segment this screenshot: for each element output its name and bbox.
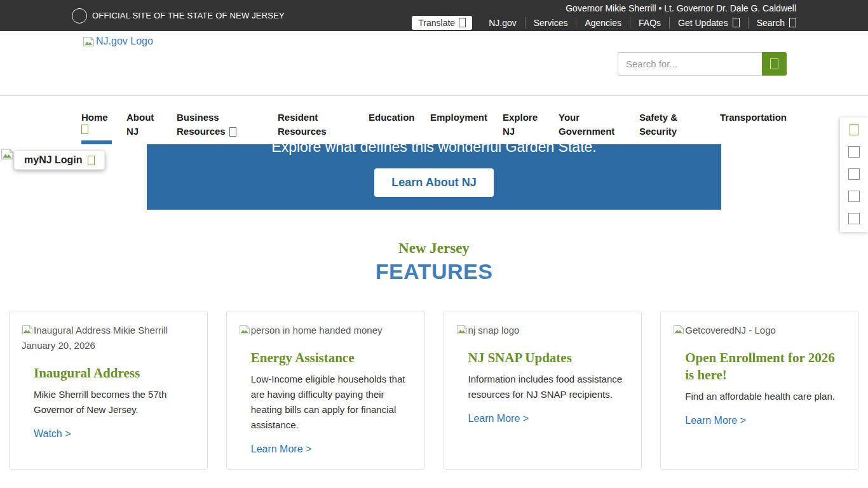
nav-label: NJ bbox=[503, 125, 515, 139]
topbar-link-faqs[interactable]: FAQs bbox=[639, 18, 661, 28]
features-title: FEATURES bbox=[0, 259, 868, 284]
feature-card-open-enrollment-for-2026-is-here: GetcoveredNJ - LogoOpen Enrollment for 2… bbox=[660, 311, 859, 470]
card-link-watch[interactable]: Watch > bbox=[34, 428, 71, 440]
broken-image-alt-text: person in home handed money bbox=[239, 323, 412, 338]
nav-label: About bbox=[126, 111, 177, 125]
nav-label: NJ bbox=[126, 125, 139, 139]
nav-item-transportation[interactable]: Transportation bbox=[720, 96, 787, 144]
card-title: Inaugural Address bbox=[34, 365, 195, 382]
official-site-text: OFFICIAL SITE OF THE STATE OF NEW JERSEY bbox=[92, 11, 285, 20]
feature-card-nj-snap-updates: nj snap logoNJ SNAP UpdatesInformation i… bbox=[444, 311, 642, 470]
card-description: Mikie Sherrill becomes the 57th Governor… bbox=[34, 387, 195, 417]
nav-item-business-resources[interactable]: BusinessResources bbox=[177, 96, 278, 144]
broken-image-icon bbox=[1, 148, 14, 163]
missing-glyph-icon bbox=[789, 18, 796, 27]
missing-glyph-icon bbox=[88, 156, 95, 165]
nav-item-home[interactable]: Home bbox=[81, 96, 126, 144]
features-kicker: New Jersey bbox=[0, 240, 868, 257]
card-description: Find an affordable health care plan. bbox=[685, 389, 846, 404]
card-description: Information includes food assistance res… bbox=[468, 372, 630, 402]
hero-tagline: Explore what defines this wonderful Gard… bbox=[147, 144, 721, 155]
mynj-login-button[interactable]: myNJ Login bbox=[14, 151, 105, 170]
state-seal-icon bbox=[72, 8, 87, 24]
missing-glyph-icon[interactable] bbox=[848, 168, 860, 180]
nav-item-explore-nj[interactable]: ExploreNJ bbox=[503, 96, 559, 144]
nav-label: Business bbox=[177, 111, 278, 125]
site-header: NJ.gov Logo bbox=[0, 31, 868, 95]
nav-label: Resources bbox=[177, 125, 226, 139]
main-navigation: HomeAboutNJBusinessResourcesResidentReso… bbox=[0, 95, 868, 144]
divider bbox=[525, 17, 526, 29]
feature-card-inaugural-address: Inaugural Address Mikie Sherrill January… bbox=[9, 311, 208, 470]
nav-item-education[interactable]: Education bbox=[369, 96, 430, 144]
nav-label: Your bbox=[559, 111, 639, 125]
link-label: Agencies bbox=[585, 18, 621, 28]
nav-label: Employment bbox=[430, 111, 503, 125]
missing-glyph-icon bbox=[459, 18, 466, 27]
nav-label: Transportation bbox=[720, 111, 787, 125]
link-label: FAQs bbox=[639, 18, 661, 28]
missing-glyph-icon bbox=[770, 58, 778, 69]
nav-item-employment[interactable]: Employment bbox=[430, 96, 503, 144]
broken-image-icon bbox=[239, 325, 250, 335]
link-label: Services bbox=[534, 18, 568, 28]
site-search bbox=[618, 52, 787, 76]
features-section: New Jersey FEATURES Inaugural Address Mi… bbox=[0, 240, 868, 470]
nav-label: Security bbox=[639, 125, 677, 139]
topbar-links: Translate NJ.govServicesAgenciesFAQsGet … bbox=[412, 16, 796, 30]
broken-image-icon bbox=[456, 325, 468, 335]
chevron-down-icon bbox=[81, 125, 88, 134]
translate-button[interactable]: Translate bbox=[412, 16, 472, 30]
logo-alt-text: NJ.gov Logo bbox=[96, 36, 153, 47]
nav-label: Explore bbox=[503, 111, 559, 125]
broken-image-icon bbox=[673, 325, 684, 335]
divider bbox=[630, 17, 630, 29]
card-title: Energy Assistance bbox=[251, 349, 412, 367]
broken-image-icon bbox=[22, 325, 33, 335]
translate-label: Translate bbox=[418, 18, 455, 28]
topbar-link-search[interactable]: Search bbox=[757, 18, 796, 28]
search-button[interactable] bbox=[762, 52, 787, 76]
card-description: Low-Income eligible households that are … bbox=[251, 372, 412, 433]
broken-image-icon bbox=[83, 36, 95, 47]
broken-image-alt-text: GetcoveredNJ - Logo bbox=[673, 323, 846, 338]
nav-item-your-government[interactable]: YourGovernment bbox=[559, 96, 639, 144]
topbar-link-agencies[interactable]: Agencies bbox=[585, 18, 621, 28]
feature-card-energy-assistance: person in home handed moneyEnergy Assist… bbox=[226, 311, 425, 470]
nav-item-resident-resources[interactable]: ResidentResources bbox=[278, 96, 369, 144]
nav-label: Government bbox=[559, 125, 614, 139]
missing-glyph-icon[interactable] bbox=[848, 213, 860, 224]
nav-item-safety-security[interactable]: Safety &Security bbox=[639, 96, 720, 144]
learn-about-nj-button[interactable]: Learn About NJ bbox=[374, 168, 493, 197]
chevron-down-icon bbox=[229, 127, 236, 137]
nj-gov-logo-link[interactable]: NJ.gov Logo bbox=[83, 36, 153, 47]
nav-item-about-nj[interactable]: AboutNJ bbox=[126, 96, 177, 144]
topbar-link-services[interactable]: Services bbox=[534, 18, 568, 28]
topbar: OFFICIAL SITE OF THE STATE OF NEW JERSEY… bbox=[0, 0, 868, 31]
card-link-learn-more[interactable]: Learn More > bbox=[468, 413, 529, 424]
hero-banner: Explore what defines this wonderful Gard… bbox=[147, 144, 721, 210]
missing-glyph-icon[interactable] bbox=[850, 124, 858, 135]
link-label: NJ.gov bbox=[489, 18, 517, 28]
broken-image-alt-text: nj snap logo bbox=[456, 323, 630, 338]
card-title: Open Enrollment for 2026 is here! bbox=[685, 349, 846, 384]
link-label: Get Updates bbox=[678, 18, 728, 28]
link-label: Search bbox=[757, 18, 785, 28]
missing-glyph-icon[interactable] bbox=[848, 146, 860, 158]
nav-label: Safety & bbox=[639, 111, 720, 125]
card-title: NJ SNAP Updates bbox=[468, 349, 630, 367]
mynj-login-label: myNJ Login bbox=[24, 154, 83, 166]
missing-glyph-icon[interactable] bbox=[848, 191, 860, 202]
nav-label: Home bbox=[81, 111, 126, 125]
divider bbox=[669, 17, 670, 29]
nav-label: Resident bbox=[278, 111, 369, 125]
share-toolbar bbox=[840, 118, 868, 232]
nav-label: Education bbox=[369, 111, 430, 125]
search-input[interactable] bbox=[618, 52, 762, 76]
card-link-learn-more[interactable]: Learn More > bbox=[251, 444, 312, 455]
topbar-link-nj-gov[interactable]: NJ.gov bbox=[489, 18, 517, 28]
divider bbox=[576, 17, 576, 29]
card-link-learn-more[interactable]: Learn More > bbox=[685, 415, 746, 426]
topbar-link-get-updates[interactable]: Get Updates bbox=[678, 18, 740, 28]
divider bbox=[748, 17, 749, 29]
